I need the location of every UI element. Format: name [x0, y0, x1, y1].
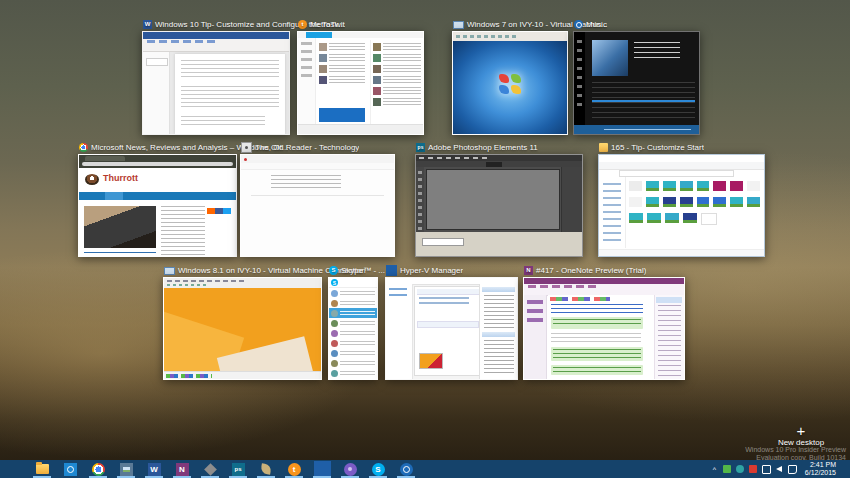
- window-thumbnail-explorer[interactable]: [598, 154, 765, 257]
- sync-tray-icon[interactable]: [736, 465, 745, 474]
- article-photo: [84, 206, 156, 248]
- window-thumbnail-chrome[interactable]: Thurrott: [78, 154, 237, 257]
- pse-tool-icons: [418, 171, 422, 231]
- window-photoshop-elements[interactable]: ps Adobe Photoshop Elements 11: [415, 154, 583, 257]
- actions-list: [484, 295, 514, 329]
- thurrott-cup-logo: [85, 174, 99, 185]
- action-center-icon[interactable]: [788, 465, 797, 474]
- taskbar-photoshop-editor[interactable]: ps: [224, 460, 252, 478]
- contact-row: [329, 339, 377, 349]
- window-thumbnail-skype[interactable]: S: [328, 277, 378, 380]
- progress-bar: [604, 129, 691, 130]
- window-thumbnail-hyperv[interactable]: [385, 277, 518, 380]
- taskbar-music[interactable]: [392, 460, 420, 478]
- skype-icon: S: [329, 266, 338, 275]
- window-skype[interactable]: S Skype™ ‑ ... S: [328, 277, 378, 380]
- taskbar-chrome[interactable]: [84, 460, 112, 478]
- win81-taskbar-icons: [166, 374, 212, 378]
- tray-expand-chevron[interactable]: ^: [710, 465, 719, 474]
- page-list-items: [658, 305, 681, 380]
- pse-right-panel: [561, 167, 582, 232]
- window-thumbnail-win7-vm[interactable]: [452, 31, 568, 135]
- explorer-file-grid: [629, 181, 760, 246]
- explorer-nav-pane: [599, 177, 626, 248]
- taskbar-word[interactable]: W: [140, 460, 168, 478]
- window-title: t MetroTwit: [298, 19, 345, 30]
- link-text: [551, 304, 643, 314]
- window-title-label: Hyper-V Manager: [400, 266, 463, 275]
- taskbar-hyperv[interactable]: [308, 460, 336, 478]
- taskbar-photoshop-organizer[interactable]: [196, 460, 224, 478]
- tweet: [319, 76, 365, 84]
- taskbar-metrotwit[interactable]: t: [280, 460, 308, 478]
- clock-date: 6/12/2015: [805, 469, 836, 477]
- skype-icon: S: [372, 463, 385, 476]
- contact-row: [329, 318, 377, 328]
- vm-list-rows: [419, 297, 469, 305]
- window-chrome-thurrott[interactable]: Microsoft News, Reviews and Analysis – W…: [78, 154, 237, 257]
- pse-active-tab: [486, 162, 502, 167]
- pse-bin-control: [422, 238, 464, 246]
- vm-menu-items: [167, 280, 247, 282]
- metrotwit-icon: t: [298, 20, 307, 29]
- recorder-tray-icon[interactable]: [749, 465, 758, 474]
- clock-time: 2:41 PM: [805, 461, 836, 469]
- window-thumbnail-metrotwit[interactable]: [297, 31, 424, 135]
- oldreader-icon: [241, 142, 252, 153]
- hyperv-icon: [314, 461, 331, 478]
- contact-row-selected: [329, 308, 377, 318]
- text-lines: [551, 333, 641, 343]
- onenote-icon: N: [524, 266, 533, 275]
- watermark-line1: Windows 10 Pro Insider Preview: [745, 446, 846, 454]
- word-titlebar: [143, 32, 289, 39]
- window-hyperv-manager[interactable]: Hyper-V Manager: [385, 277, 518, 380]
- taskbar-photos[interactable]: [112, 460, 140, 478]
- volume-tray-icon[interactable]: [775, 465, 784, 474]
- window-oldreader[interactable]: The Old Reader - Technology: [240, 154, 395, 257]
- metrotwit-bottombar: [298, 124, 423, 134]
- start-button[interactable]: [0, 460, 28, 478]
- window-thumbnail-music[interactable]: [573, 31, 700, 135]
- window-thumbnail-win81-vm[interactable]: [163, 277, 322, 380]
- window-title: N #417 - OneNote Preview (Trial): [524, 265, 646, 276]
- insider-app-icon: [64, 463, 77, 476]
- taskbar-media-app[interactable]: [336, 460, 364, 478]
- page-sidebar: [161, 206, 205, 257]
- taskbar-clock[interactable]: 2:41 PM 6/12/2015: [801, 461, 840, 477]
- music-icon: [574, 20, 583, 29]
- antivirus-tray-icon[interactable]: [723, 465, 732, 474]
- taskbar-metrotwit-loop[interactable]: [252, 460, 280, 478]
- taskbar-insider-app[interactable]: [56, 460, 84, 478]
- task-view-screen: W Windows 10 Tip- Customize and Configur…: [0, 0, 850, 478]
- tweet: [373, 87, 421, 95]
- contact-row: [329, 359, 377, 369]
- window-win81-vm[interactable]: Windows 8.1 on IVY-10 - Virtual Machine …: [163, 277, 322, 380]
- window-thumbnail-word[interactable]: [142, 31, 290, 135]
- vm-toolbar-buttons: [167, 284, 207, 286]
- word-document-page: [175, 54, 285, 134]
- window-metrotwit[interactable]: t MetroTwit: [297, 31, 424, 135]
- new-desktop-button[interactable]: + New desktop: [756, 424, 846, 447]
- taskbar-file-explorer[interactable]: [28, 460, 56, 478]
- window-title-label: Adobe Photoshop Elements 11: [428, 143, 538, 152]
- taskbar-skype[interactable]: S: [364, 460, 392, 478]
- window-thumbnail-onenote[interactable]: [523, 277, 685, 380]
- window-word[interactable]: W Windows 10 Tip- Customize and Configur…: [142, 31, 290, 135]
- highlighted-paragraph: [551, 317, 643, 329]
- display-tray-icon[interactable]: [762, 465, 771, 474]
- window-thumbnail-oldreader[interactable]: [240, 154, 395, 257]
- window-music[interactable]: Music: [573, 31, 700, 135]
- window-win7-vm[interactable]: Windows 7 on IVY-10 - Virtual Machin...: [452, 31, 568, 135]
- skype-logo: S: [331, 279, 338, 286]
- music-icon: [400, 463, 413, 476]
- browser-tab: [85, 156, 125, 161]
- window-onenote[interactable]: N #417 - OneNote Preview (Trial): [523, 277, 685, 380]
- window-file-explorer[interactable]: 165 - Tip- Customize Start: [598, 154, 765, 257]
- webpage: Thurrott: [79, 168, 236, 256]
- hyperv-tree-items: [389, 288, 407, 300]
- taskbar-onenote[interactable]: N: [168, 460, 196, 478]
- address-bar: [82, 162, 233, 166]
- window-thumbnail-photoshop[interactable]: [415, 154, 583, 257]
- highlighted-paragraph: [551, 347, 643, 361]
- file-explorer-icon: [36, 464, 49, 474]
